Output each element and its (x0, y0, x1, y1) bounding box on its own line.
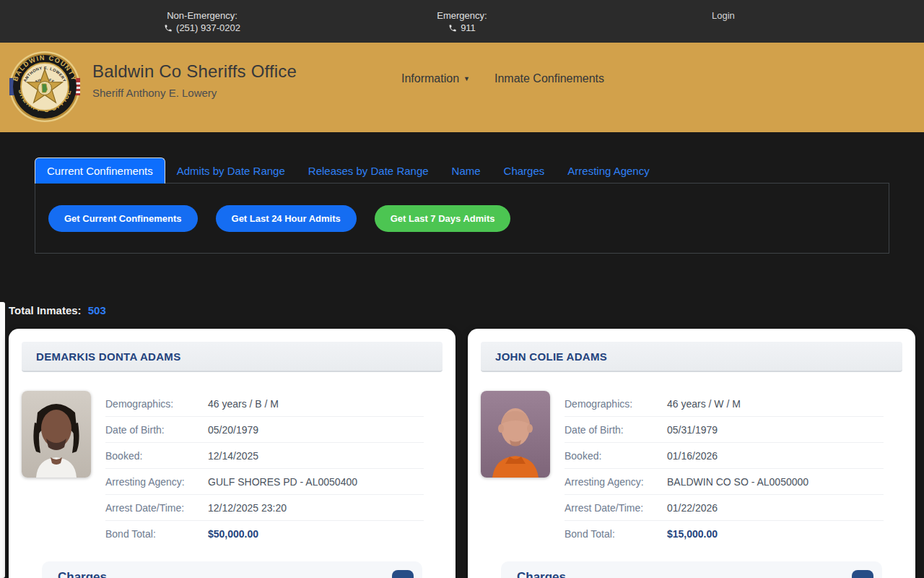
detail-row: Booked:01/16/2026 (565, 443, 884, 469)
tab-bar: Current Confinements Admits by Date Rang… (35, 158, 889, 184)
site-subtitle: Sheriff Anthony E. Lowery (92, 87, 297, 99)
detail-row: Demographics:46 years / B / M (105, 391, 424, 417)
inmate-name: JOHN COLIE ADAMS (495, 350, 607, 363)
tab-panel: Get Current Confinements Get Last 24 Hou… (35, 184, 889, 254)
charges-title: Charges (517, 570, 566, 578)
emergency-number: 911 (461, 22, 476, 34)
detail-row: Date of Birth:05/31/1979 (565, 417, 884, 443)
total-inmates-label: Total Inmates: (9, 304, 82, 316)
phone-icon (448, 24, 457, 33)
inmate-details-table: Demographics:46 years / B / M Date of Bi… (105, 391, 424, 547)
get-last-24-hour-admits-button[interactable]: Get Last 24 Hour Admits (216, 205, 357, 232)
tab-charges[interactable]: Charges (492, 159, 557, 183)
total-inmates-summary: Total Inmates: 503 (9, 304, 106, 316)
main-nav: Information ▼ Inmate Confinements (401, 43, 604, 115)
sheriff-badge-logo[interactable]: BALDWIN COUNTY SHERIFF'S OFFICE ANTHONY … (9, 51, 81, 123)
detail-row: Arrest Date/Time:12/12/2025 23:20 (105, 495, 424, 521)
detail-row-bond-total: Bond Total:$15,000.00 (565, 521, 884, 547)
non-emergency-contact: Non-Emergency: (251) 937-0202 (123, 9, 282, 35)
get-last-7-days-admits-button[interactable]: Get Last 7 Days Admits (375, 205, 511, 232)
login-link[interactable]: Login (712, 10, 735, 21)
inmate-name: DEMARKIS DONTA ADAMS (36, 350, 180, 363)
charges-title: Charges (58, 570, 107, 578)
brand-block: Baldwin Co Sheriffs Office Sheriff Antho… (92, 61, 297, 99)
utility-bar: Non-Emergency: (251) 937-0202 Emergency:… (0, 0, 924, 43)
chevron-down-icon: ▼ (463, 75, 470, 82)
site-header: BALDWIN COUNTY SHERIFF'S OFFICE ANTHONY … (0, 43, 924, 132)
inmate-details-table: Demographics:46 years / W / M Date of Bi… (565, 391, 884, 547)
inmate-name-header: DEMARKIS DONTA ADAMS (22, 342, 443, 372)
nav-information-label: Information (401, 72, 459, 85)
charges-section: Charges (42, 561, 422, 578)
charges-expand-button[interactable] (392, 570, 414, 578)
emergency-contact: Emergency: 911 (383, 9, 541, 35)
emergency-phone-link[interactable]: 911 (448, 22, 476, 34)
detail-row-bond-total: Bond Total:$50,000.00 (105, 521, 424, 547)
charges-expand-button[interactable] (852, 570, 873, 578)
detail-row: Arresting Agency:BALDWIN CO SO - AL00500… (565, 469, 884, 495)
adjacent-card-edge (0, 302, 5, 578)
mugshot-photo (22, 391, 91, 478)
tab-admits-by-date-range[interactable]: Admits by Date Range (165, 159, 297, 183)
tab-arresting-agency[interactable]: Arresting Agency (556, 159, 661, 183)
tab-name[interactable]: Name (440, 159, 492, 183)
nav-information-dropdown[interactable]: Information ▼ (401, 72, 470, 85)
mugshot-photo (481, 391, 550, 478)
non-emergency-phone-link[interactable]: (251) 937-0202 (164, 22, 240, 34)
detail-row: Arresting Agency:GULF SHORES PD - AL0050… (105, 469, 424, 495)
nav-inmate-confinements-label: Inmate Confinements (494, 72, 604, 85)
detail-row: Demographics:46 years / W / M (565, 391, 884, 417)
tab-releases-by-date-range[interactable]: Releases by Date Range (297, 159, 440, 183)
inmate-card-list: DEMARKIS DONTA ADAMS (9, 329, 915, 578)
detail-row: Date of Birth:05/20/1979 (105, 417, 424, 443)
confinement-tabs-section: Current Confinements Admits by Date Rang… (35, 158, 889, 254)
emergency-label: Emergency: (383, 9, 541, 22)
phone-icon (164, 24, 173, 33)
tab-current-confinements[interactable]: Current Confinements (35, 158, 165, 184)
non-emergency-label: Non-Emergency: (123, 9, 282, 22)
site-title[interactable]: Baldwin Co Sheriffs Office (92, 61, 297, 82)
get-current-confinements-button[interactable]: Get Current Confinements (48, 205, 198, 232)
detail-row: Booked:12/14/2025 (105, 443, 424, 469)
total-inmates-count[interactable]: 503 (88, 304, 106, 316)
detail-row: Arrest Date/Time:01/22/2026 (565, 495, 884, 521)
inmate-card: JOHN COLIE ADAMS Dem (468, 329, 915, 578)
charges-section: Charges (501, 561, 882, 578)
inmate-name-header: JOHN COLIE ADAMS (481, 342, 902, 372)
inmate-card: DEMARKIS DONTA ADAMS (9, 329, 456, 578)
non-emergency-number: (251) 937-0202 (176, 22, 240, 34)
nav-inmate-confinements[interactable]: Inmate Confinements (494, 72, 604, 85)
